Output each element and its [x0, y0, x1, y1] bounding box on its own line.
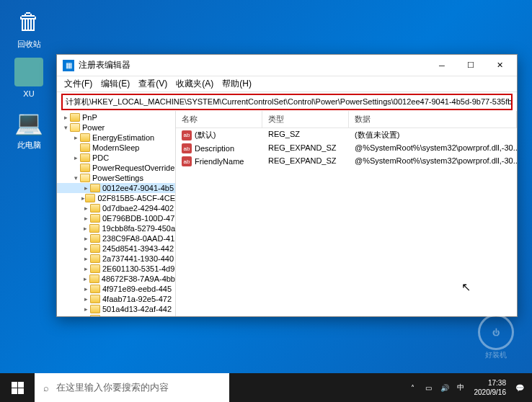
tree-item[interactable]: ▸02F815B5-A5CF-4CE — [57, 193, 175, 203]
tree-item[interactable]: ▸245d8541-3943-442 — [57, 244, 175, 254]
desktop-icon-computer[interactable]: 💻 此电脑 — [7, 108, 50, 151]
tree-caret-icon[interactable]: ▸ — [81, 215, 90, 222]
tree-caret-icon[interactable]: ▸ — [71, 134, 80, 141]
values-header: 名称 类型 数据 — [176, 111, 517, 128]
tree-caret-icon[interactable]: ▸ — [71, 154, 80, 161]
window-title: 注册表编辑器 — [79, 59, 427, 71]
tree-label: 02F815B5-A5CF-4CE — [97, 194, 175, 202]
tree-caret-icon[interactable]: ▸ — [81, 235, 90, 242]
tray-up-icon[interactable]: ˄ — [407, 381, 420, 394]
system-tray: ˄ ▭ 🔊 中 17:38 2020/9/16 💬 — [401, 378, 533, 397]
tree-item[interactable]: ▸0012ee47-9041-4b5 — [57, 183, 175, 193]
desktop-icon-recycle[interactable]: 🗑 回收站 — [7, 7, 50, 50]
tree-label: 0E796BDB-100D-47 — [102, 214, 174, 223]
value-data: (数值未设置) — [349, 130, 517, 140]
titlebar[interactable]: ▦ 注册表编辑器 ─ ☐ ✕ — [57, 55, 517, 76]
tree-caret-icon[interactable]: ▸ — [81, 305, 90, 313]
tree-caret-icon[interactable]: ▸ — [81, 316, 90, 316]
folder-icon — [85, 194, 95, 202]
folder-icon — [90, 254, 100, 263]
tray-volume-icon[interactable]: 🔊 — [438, 381, 451, 394]
tree-caret-icon[interactable]: ▸ — [81, 295, 90, 303]
tree-item[interactable]: ModernSleep — [57, 143, 175, 153]
tree-label: PnP — [82, 113, 97, 122]
tray-network-icon[interactable]: ▭ — [422, 381, 435, 394]
start-button[interactable] — [0, 373, 35, 402]
tree-item[interactable]: ▸4faab71a-92e5-472 — [57, 294, 175, 304]
tree-label: 238C9FA8-0AAD-41 — [102, 234, 174, 243]
tree-item[interactable]: ▸238C9FA8-0AAD-41 — [57, 233, 175, 244]
tree-caret-icon[interactable]: ▾ — [61, 124, 70, 131]
tree-caret-icon[interactable]: ▾ — [71, 174, 80, 182]
tree-label: 2a737441-1930-440 — [102, 254, 174, 263]
desktop-icon-user[interactable]: XU — [7, 58, 50, 98]
tree-label: 501a4d13-42af-442 — [102, 305, 172, 313]
minimize-button[interactable]: ─ — [427, 55, 456, 76]
folder-icon — [90, 234, 100, 243]
computer-icon: 💻 — [14, 108, 43, 137]
tree-caret-icon[interactable]: ▸ — [81, 275, 89, 282]
taskbar-clock[interactable]: 17:38 2020/9/16 — [470, 378, 511, 397]
tree-item[interactable]: ▸2a737441-1930-440 — [57, 254, 175, 264]
tree-caret-icon[interactable]: ▸ — [81, 245, 90, 252]
tree-item[interactable]: ▸501a4d13-42af-442 — [57, 304, 175, 314]
tree-caret-icon[interactable]: ▸ — [81, 184, 90, 192]
menu-help[interactable]: 帮助(H) — [218, 76, 256, 91]
tree-item[interactable]: ▸PDC — [57, 153, 175, 163]
menu-edit[interactable]: 编辑(E) — [97, 76, 134, 91]
reg-string-icon: ab — [182, 143, 192, 153]
col-header-data[interactable]: 数据 — [349, 111, 517, 128]
close-button[interactable]: ✕ — [485, 55, 514, 76]
tree-caret-icon[interactable]: ▸ — [61, 114, 70, 121]
tree-item[interactable]: ▸PnP — [57, 112, 175, 122]
tree-item[interactable]: ▸54533251-82be-482 — [57, 314, 175, 316]
tree-item[interactable]: ▾PowerSettings — [57, 173, 175, 183]
folder-icon — [70, 123, 80, 132]
tree-label: 54533251-82be-482 — [102, 315, 174, 316]
tree-caret-icon[interactable]: ▸ — [81, 205, 90, 212]
tree-item[interactable]: ▸48672F38-7A9A-4bb — [57, 274, 175, 284]
menu-file[interactable]: 文件(F) — [60, 76, 97, 91]
value-data: @%SystemRoot%\system32\powrprof.dll,-30.… — [349, 143, 517, 153]
reg-string-icon: ab — [182, 130, 192, 140]
tray-ime-icon[interactable]: 中 — [454, 381, 467, 394]
col-header-type[interactable]: 类型 — [262, 111, 349, 128]
col-header-name[interactable]: 名称 — [176, 111, 262, 128]
value-row[interactable]: abFriendlyNameREG_EXPAND_SZ@%SystemRoot%… — [176, 155, 517, 168]
folder-icon — [89, 224, 99, 233]
tree-label: 0012ee47-9041-4b5 — [102, 184, 174, 192]
notifications-icon[interactable]: 💬 — [513, 381, 526, 394]
address-bar[interactable]: 计算机\HKEY_LOCAL_MACHINE\SYSTEM\CurrentCon… — [61, 94, 513, 110]
tree-item[interactable]: ▸4f971e89-eebd-445 — [57, 284, 175, 294]
maximize-button[interactable]: ☐ — [456, 55, 485, 76]
menubar: 文件(F) 编辑(E) 查看(V) 收藏夹(A) 帮助(H) — [57, 76, 517, 92]
tree-label: ModernSleep — [92, 143, 139, 152]
tree-item[interactable]: ▸0d7dbae2-4294-402 — [57, 203, 175, 213]
tree-caret-icon[interactable]: ▸ — [81, 285, 90, 292]
tree-item[interactable]: ▸19cbb8fa-5279-450a — [57, 223, 175, 233]
taskbar: ⌕ 在这里输入你要搜索的内容 ˄ ▭ 🔊 中 17:38 2020/9/16 💬 — [0, 373, 532, 402]
tree-item[interactable]: ▾Power — [57, 122, 175, 133]
value-row[interactable]: abDescriptionREG_EXPAND_SZ@%SystemRoot%\… — [176, 142, 517, 155]
tree-label: 19cbb8fa-5279-450a — [102, 224, 175, 233]
tree-caret-icon[interactable]: ▸ — [81, 265, 90, 272]
folder-icon — [90, 184, 100, 192]
tree-item[interactable]: ▸0E796BDB-100D-47 — [57, 213, 175, 223]
value-row[interactable]: ab(默认)REG_SZ(数值未设置) — [176, 128, 517, 142]
tree-label: PDC — [92, 153, 109, 162]
taskbar-search[interactable]: ⌕ 在这里输入你要搜索的内容 — [35, 373, 229, 402]
menu-favorites[interactable]: 收藏夹(A) — [172, 76, 218, 91]
tree-label: PowerSettings — [92, 174, 143, 182]
tree-caret-icon[interactable]: ▸ — [81, 225, 89, 232]
tree-item[interactable]: ▸EnergyEstimation — [57, 133, 175, 143]
user-icon — [14, 58, 43, 86]
tree-caret-icon[interactable]: ▸ — [81, 255, 90, 262]
tree-panel[interactable]: ▸PnP▾Power▸EnergyEstimationModernSleep▸P… — [57, 111, 176, 316]
tree-item[interactable]: PowerRequestOverride — [57, 163, 175, 173]
folder-icon — [90, 204, 100, 213]
menu-view[interactable]: 查看(V) — [134, 76, 172, 91]
regedit-window: ▦ 注册表编辑器 ─ ☐ ✕ 文件(F) 编辑(E) 查看(V) 收藏夹(A) … — [56, 54, 518, 317]
value-type: REG_EXPAND_SZ — [262, 143, 349, 153]
tree-item[interactable]: ▸2E601130-5351-4d9 — [57, 264, 175, 274]
value-name: Description — [195, 144, 234, 153]
